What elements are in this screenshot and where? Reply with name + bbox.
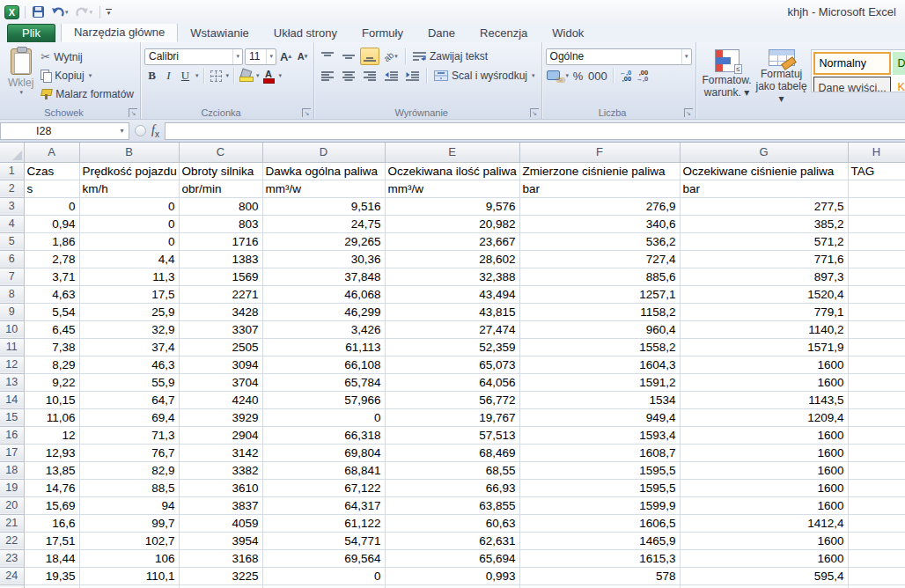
cell-E22[interactable]: 62,631 — [385, 532, 519, 549]
cell-G18[interactable]: 1600 — [680, 461, 848, 479]
cell-B4[interactable]: 0 — [79, 215, 179, 232]
cell-H5[interactable] — [848, 232, 905, 250]
cell-F23[interactable]: 1615,3 — [519, 549, 680, 567]
cell-E9[interactable]: 43,815 — [385, 303, 519, 320]
column-header-E[interactable]: E — [385, 143, 519, 162]
cell-B15[interactable]: 69,4 — [79, 408, 179, 426]
clipboard-dialog-launcher[interactable]: ↘ — [129, 108, 137, 117]
cell-B22[interactable]: 102,7 — [79, 532, 179, 549]
cell-A25[interactable] — [24, 584, 79, 588]
cell-E23[interactable]: 65,694 — [385, 549, 519, 567]
cell-G5[interactable]: 571,2 — [680, 232, 848, 250]
cell-G19[interactable]: 1600 — [680, 479, 848, 496]
cell-A10[interactable]: 6,45 — [24, 320, 79, 338]
undo-button[interactable]: ▾ — [49, 4, 70, 20]
row-header-12[interactable]: 12 — [0, 356, 24, 373]
cell-B5[interactable]: 0 — [79, 232, 179, 250]
cell-E19[interactable]: 66,93 — [385, 479, 519, 496]
cell-A17[interactable]: 12,93 — [24, 444, 79, 461]
cell-F8[interactable]: 1257,1 — [519, 285, 680, 303]
cell-A12[interactable]: 8,29 — [24, 356, 79, 373]
underline-dropdown-arrow[interactable]: ▾ — [195, 72, 199, 79]
cell-C16[interactable]: 2904 — [179, 426, 262, 444]
cell-D18[interactable]: 68,841 — [262, 461, 385, 479]
cell-D1[interactable]: Dawka ogólna paliwa — [262, 162, 385, 180]
cell-D17[interactable]: 69,804 — [262, 444, 385, 461]
cell-B2[interactable]: km/h — [79, 180, 179, 197]
cell-B13[interactable]: 55,9 — [79, 373, 179, 391]
cell-F24[interactable]: 578 — [519, 567, 680, 584]
cell-G22[interactable]: 1600 — [680, 532, 848, 549]
accounting-dropdown-arrow[interactable]: ▾ — [566, 72, 570, 79]
cell-D14[interactable]: 57,966 — [262, 391, 385, 408]
font-size-combo[interactable]: 11▾ — [245, 48, 276, 65]
redo-button[interactable]: ▾ — [74, 4, 95, 20]
cell-F15[interactable]: 949,4 — [519, 408, 680, 426]
style-normalny[interactable]: Normalny — [813, 52, 891, 75]
row-header-9[interactable]: 9 — [0, 303, 24, 320]
alignment-dialog-launcher[interactable]: ↘ — [530, 108, 539, 117]
tab-recenzja[interactable]: Recenzja — [467, 25, 540, 42]
borders-dropdown-arrow[interactable]: ▾ — [226, 72, 230, 79]
cell-H15[interactable] — [848, 408, 905, 426]
cell-C13[interactable]: 3704 — [179, 373, 262, 391]
row-header-14[interactable]: 14 — [0, 391, 24, 408]
style-komorka-polaczona-partial[interactable]: K — [893, 77, 905, 92]
cell-E2[interactable]: mm³/w — [385, 180, 519, 197]
cell-D20[interactable]: 64,317 — [262, 496, 385, 514]
cell-A15[interactable]: 11,06 — [24, 408, 79, 426]
cell-C17[interactable]: 3142 — [179, 444, 262, 461]
cell-G9[interactable]: 779,1 — [680, 303, 848, 320]
cell-C9[interactable]: 3428 — [179, 303, 262, 320]
cell-A7[interactable]: 3,71 — [24, 268, 79, 285]
row-header-3[interactable]: 3 — [0, 197, 24, 215]
align-left-button[interactable] — [318, 67, 337, 85]
number-dialog-launcher[interactable]: ↘ — [684, 108, 693, 117]
cell-D4[interactable]: 24,75 — [262, 215, 385, 232]
cell-B21[interactable]: 99,7 — [79, 514, 179, 532]
cell-C11[interactable]: 2505 — [179, 338, 262, 356]
cell-G15[interactable]: 1209,4 — [680, 408, 848, 426]
tab-formuly[interactable]: Formuły — [349, 25, 416, 42]
cell-A4[interactable]: 0,94 — [24, 215, 79, 232]
cell-B23[interactable]: 106 — [79, 549, 179, 567]
tab-dane[interactable]: Dane — [416, 25, 467, 42]
format-painter-button[interactable]: Malarz formatów — [38, 85, 136, 102]
cell-H17[interactable] — [848, 444, 905, 461]
wrap-text-button[interactable]: Zawijaj tekst — [410, 48, 490, 65]
cell-E7[interactable]: 32,388 — [385, 268, 519, 285]
cell-D6[interactable]: 30,36 — [262, 250, 385, 268]
cell-B16[interactable]: 71,3 — [79, 426, 179, 444]
row-header-16[interactable]: 16 — [0, 426, 24, 444]
column-header-G[interactable]: G — [680, 143, 848, 162]
cut-button[interactable]: ✂Wytnij — [38, 48, 136, 65]
cell-H6[interactable] — [848, 250, 905, 268]
cell-D2[interactable]: mm³/w — [262, 180, 385, 197]
style-dane-wyjsciowe[interactable]: Dane wyjści... — [813, 77, 891, 92]
align-center-button[interactable] — [339, 67, 358, 85]
cell-D22[interactable]: 54,771 — [262, 532, 385, 549]
align-right-button[interactable] — [360, 67, 379, 85]
cell-B25[interactable] — [79, 584, 179, 588]
cell-C4[interactable]: 803 — [179, 215, 262, 232]
cell-C21[interactable]: 4059 — [179, 514, 262, 532]
cell-F2[interactable]: bar — [519, 180, 680, 197]
cell-B11[interactable]: 37,4 — [79, 338, 179, 356]
cell-B19[interactable]: 88,5 — [79, 479, 179, 496]
cell-F17[interactable]: 1608,7 — [519, 444, 680, 461]
cell-G3[interactable]: 277,5 — [680, 197, 848, 215]
cell-C1[interactable]: Obroty silnika — [179, 162, 262, 180]
cell-D8[interactable]: 46,068 — [262, 285, 385, 303]
fill-color-dropdown-arrow[interactable]: ▾ — [256, 72, 260, 79]
increase-indent-button[interactable] — [402, 67, 422, 85]
row-header-6[interactable]: 6 — [0, 250, 24, 268]
row-header-13[interactable]: 13 — [0, 373, 24, 391]
cell-F3[interactable]: 276,9 — [519, 197, 680, 215]
cell-D19[interactable]: 67,122 — [262, 479, 385, 496]
row-header-11[interactable]: 11 — [0, 338, 24, 356]
cell-H19[interactable] — [848, 479, 905, 496]
conditional-formatting-button[interactable]: ≤ Formatow. warunk. ▾ — [700, 46, 754, 105]
cell-E6[interactable]: 28,602 — [385, 250, 519, 268]
cell-A2[interactable]: s — [24, 180, 79, 197]
cell-H10[interactable] — [848, 320, 905, 338]
